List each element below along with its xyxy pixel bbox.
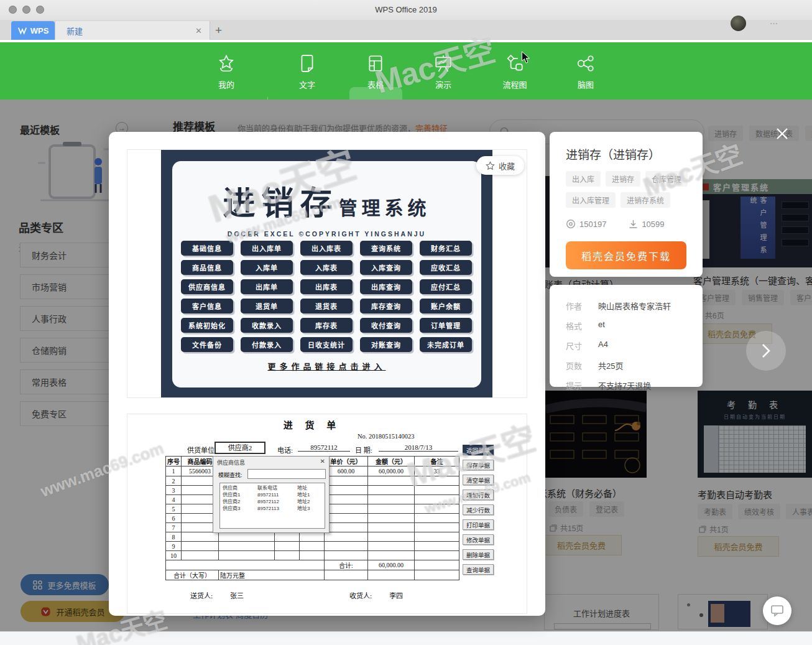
invoice-signatures: 送货人:张三 收货人:李四 xyxy=(165,590,459,600)
info-row: 尺寸 A4 xyxy=(566,340,686,351)
tab-label: 新建 xyxy=(67,25,83,37)
poster-card: 进销存 管理系统 DOCER EXCEL ©COPYRIGHT YINGSHAN… xyxy=(172,161,481,387)
supplier-label: 供货单位: xyxy=(187,445,216,455)
poster-menu-button: 财务汇总 xyxy=(420,241,472,256)
wps-home-button[interactable]: WPS xyxy=(11,21,55,40)
info-value: A4 xyxy=(598,340,608,351)
invoice-total-row: 合计:60,000.00 xyxy=(166,560,459,570)
poster-button-grid: 基础信息出入库单出入库表查询系统财务汇总商品信息入库单入库表入库查询应收汇总供应… xyxy=(181,241,473,352)
date-label: 日 期: xyxy=(355,445,372,455)
invoice-side-button: 增加行数 xyxy=(463,490,494,500)
phone-value: 89572112 xyxy=(298,443,350,452)
poster-menu-button: 未完成订单 xyxy=(420,337,472,352)
template-tag[interactable]: 进销存 xyxy=(606,171,640,187)
user-avatar[interactable] xyxy=(731,16,746,31)
poster-menu-button: 客户信息 xyxy=(181,299,233,313)
table-icon xyxy=(366,53,385,73)
poster-menu-button: 应收汇总 xyxy=(420,260,472,275)
app-window: WPS Office 2019 WPS 新建 ✕ + ⋯ 我的 文字 表格 xyxy=(0,0,812,645)
invoice-side-buttons: 返回菜单保存单据清空单据增加行数减少行数打印单据修改单据删除单据查询单据 xyxy=(463,445,494,575)
info-value: 映山居表格专家浩轩 xyxy=(598,300,671,312)
template-tags-row1: 出入库进销存仓库管理 xyxy=(566,171,686,187)
template-info-card: 作者 映山居表格专家浩轩 格式 et 尺寸 A4 页数 共25页 提示 不支持7… xyxy=(550,285,703,387)
template-tag[interactable]: 仓库管理 xyxy=(645,171,688,187)
ribbon-item-spreadsheet[interactable]: 表格 xyxy=(348,49,404,96)
feedback-chat-button[interactable] xyxy=(763,596,791,625)
poster-menu-button: 账户余额 xyxy=(420,299,472,313)
poster-footer-link: 更多作品链接点击进入 xyxy=(172,360,481,372)
info-value: 不支持7天退换 xyxy=(598,379,651,391)
supplier-dialog-title: 供应商信息 xyxy=(217,458,245,466)
invoice-title: 进 货 单 xyxy=(165,418,459,431)
info-value: et xyxy=(598,320,605,332)
template-preview-panel: 进销存 管理系统 DOCER EXCEL ©COPYRIGHT YINGSHAN… xyxy=(109,132,545,616)
ribbon-label: 表格 xyxy=(367,78,384,90)
poster-title-small: 管理系统 xyxy=(339,193,431,220)
poster-menu-button: 订单管理 xyxy=(420,318,472,333)
tab-bar: WPS 新建 ✕ + xyxy=(0,20,812,40)
info-label: 提示 xyxy=(566,379,598,391)
wps-button-label: WPS xyxy=(30,26,49,35)
template-tag[interactable]: 进销存系统 xyxy=(621,192,670,208)
ribbon-item-flowchart[interactable]: 流程图 xyxy=(487,49,543,96)
info-row: 页数 共25页 xyxy=(566,360,686,371)
ribbon-item-writer[interactable]: 文字 xyxy=(279,49,335,96)
invoice-side-button: 返回菜单 xyxy=(463,445,494,455)
poster-menu-button: 应付汇总 xyxy=(420,279,472,294)
poster-menu-button: 对账查询 xyxy=(360,337,412,352)
supplier-list-row: 供应商189572111地址1 xyxy=(223,491,322,498)
invoice-side-button: 修改单据 xyxy=(463,534,494,545)
invoice-side-button: 打印单据 xyxy=(463,519,494,530)
favorite-button[interactable]: 收藏 xyxy=(476,156,524,175)
footer-strip xyxy=(0,631,812,645)
poster-menu-button: 入库查询 xyxy=(360,260,412,275)
poster-menu-button: 库存表 xyxy=(300,318,353,333)
poster-menu-button: 退货表 xyxy=(300,299,353,313)
poster-menu-button: 库存查询 xyxy=(360,299,412,313)
more-menu-icon[interactable]: ⋯ xyxy=(770,19,779,28)
tab-new-document[interactable]: 新建 ✕ xyxy=(55,21,210,40)
tab-close-icon[interactable]: ✕ xyxy=(195,26,202,35)
modal-close-icon[interactable] xyxy=(775,126,790,141)
downloads-count: 10599 xyxy=(642,220,664,229)
poster-menu-button: 收付查询 xyxy=(360,318,412,333)
info-label: 格式 xyxy=(566,320,598,332)
views-count: 150197 xyxy=(579,220,606,229)
info-label: 尺寸 xyxy=(566,340,598,351)
vip-download-button[interactable]: 稻壳会员免费下载 xyxy=(566,241,686,269)
phone-label: 电话: xyxy=(277,445,293,455)
poster-menu-button: 日收支统计 xyxy=(300,337,353,352)
next-template-button[interactable] xyxy=(746,331,786,371)
ribbon-item-presentation[interactable]: 演示 xyxy=(415,49,471,96)
presentation-icon xyxy=(433,53,453,73)
ribbon-label: 流程图 xyxy=(502,78,527,90)
poster-image: 进销存 管理系统 DOCER EXCEL ©COPYRIGHT YINGSHAN… xyxy=(161,150,492,397)
poster-menu-button: 查询系统 xyxy=(360,241,412,256)
chat-bubble-icon xyxy=(770,605,784,617)
info-row: 作者 映山居表格专家浩轩 xyxy=(566,300,686,312)
new-tab-button[interactable]: + xyxy=(215,24,222,37)
wps-logo-icon xyxy=(17,26,27,35)
poster-menu-button: 文件备份 xyxy=(181,337,233,352)
poster-menu-button: 出库表 xyxy=(300,279,353,294)
invoice-side-button: 查询单据 xyxy=(463,564,494,575)
info-row: 格式 et xyxy=(566,320,686,332)
ribbon-item-mindmap[interactable]: 脑图 xyxy=(558,49,614,96)
poster-menu-button: 入库表 xyxy=(300,260,353,275)
invoice-side-button: 删除单据 xyxy=(463,549,494,560)
template-tag[interactable]: 出入库管理 xyxy=(566,192,616,208)
template-stats: 150197 10599 xyxy=(566,219,686,229)
views-stat: 150197 xyxy=(566,219,606,229)
document-icon xyxy=(297,53,317,73)
poster-title: 进销存 管理系统 xyxy=(172,177,481,224)
template-tag[interactable]: 出入库 xyxy=(566,171,601,187)
supplier-list-row: 供应商389572113地址3 xyxy=(223,505,322,512)
poster-menu-button: 出入库单 xyxy=(241,241,293,256)
template-detail-card: 进销存（进销存） 出入库进销存仓库管理 出入库管理进销存系统 150197 10… xyxy=(550,132,703,277)
ribbon-item-mine[interactable]: 我的 xyxy=(198,49,254,96)
poster-menu-button: 出库查询 xyxy=(360,279,412,294)
info-row: 提示 不支持7天退换 xyxy=(566,379,686,391)
invoice-side-button: 减少行数 xyxy=(463,504,494,515)
info-value: 共25页 xyxy=(598,360,623,371)
template-title: 进销存（进销存） xyxy=(566,146,686,162)
